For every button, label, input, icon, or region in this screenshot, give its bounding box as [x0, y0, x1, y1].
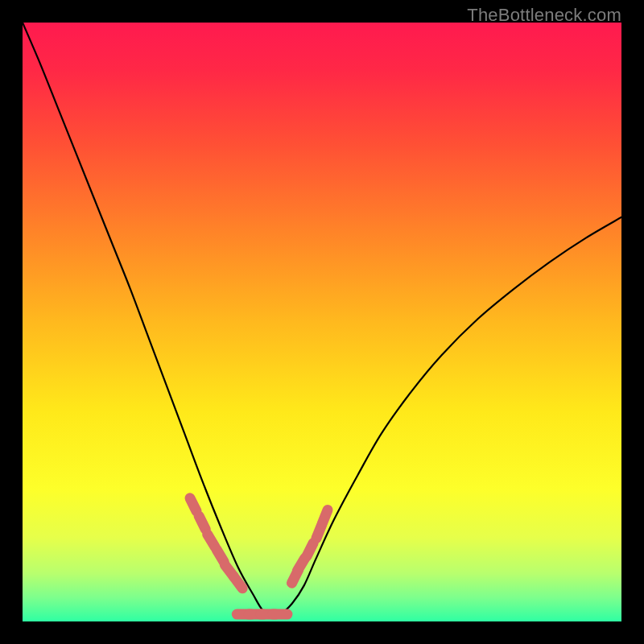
highlight-marker: [233, 576, 242, 588]
highlight-marker: [307, 543, 313, 556]
highlight-marker: [217, 549, 224, 561]
highlight-marker: [199, 516, 205, 529]
highlight-marker: [322, 510, 328, 523]
bottleneck-curve-chart: [23, 23, 621, 621]
plot-area: [23, 23, 621, 621]
highlight-marker: [190, 498, 196, 511]
chart-frame: TheBottleneck.com: [0, 0, 644, 644]
